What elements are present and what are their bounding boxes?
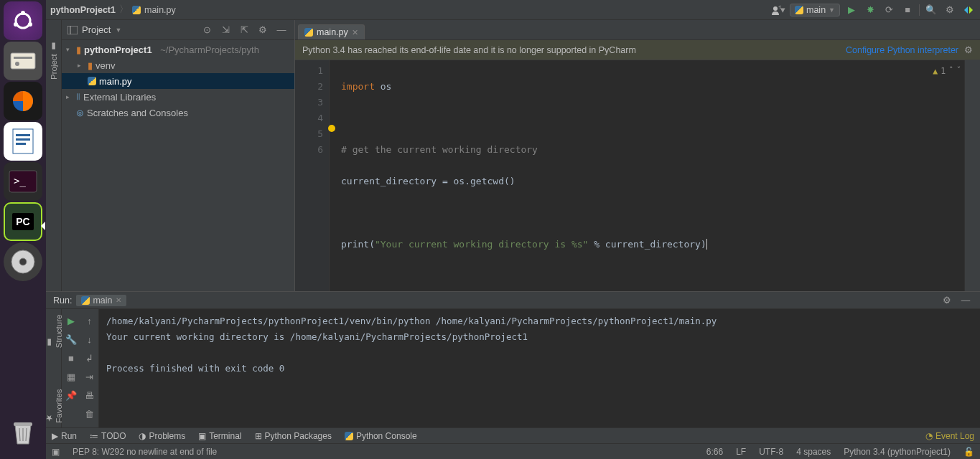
run-tools-column-1: ▶ 🔧 ■ ▦ 📌 xyxy=(62,309,80,427)
collapse-all-icon[interactable]: ⇱ xyxy=(237,23,251,37)
run-with-coverage-icon[interactable]: ⟳ xyxy=(882,3,896,17)
project-root-row[interactable]: ▾ ▮ pythonProject1 ~/PycharmProjects/pyt… xyxy=(62,42,294,57)
scroll-end-icon[interactable]: ⇥ xyxy=(83,369,97,384)
run-tab-label: main xyxy=(93,295,112,306)
close-run-tab-icon[interactable]: ✕ xyxy=(116,296,121,304)
external-libs-row[interactable]: ▸ ⫴ External Libraries xyxy=(62,89,294,105)
down-stack-icon[interactable]: ↓ xyxy=(83,332,97,346)
terminal-tool-tab[interactable]: ▣ Terminal xyxy=(198,431,241,441)
chevron-down-icon: ▼ xyxy=(829,6,835,14)
breadcrumb: pythonProject1 〉 main.py xyxy=(50,4,176,16)
python-console-tab[interactable]: Python Console xyxy=(345,431,417,441)
project-tool-tab[interactable]: Project ▮ xyxy=(49,42,59,80)
svg-point-3 xyxy=(28,22,32,27)
stop-icon[interactable]: ■ xyxy=(64,351,78,365)
line-number: 2 xyxy=(295,79,323,95)
locate-file-icon[interactable]: ⊙ xyxy=(200,23,214,37)
print-icon[interactable]: 🖶 xyxy=(83,388,97,402)
intention-bulb-icon[interactable] xyxy=(328,125,335,132)
run-tab-main[interactable]: main ✕ xyxy=(76,295,126,306)
status-interpreter[interactable]: Python 3.4 (pythonProject1) xyxy=(844,447,951,457)
banner-settings-icon[interactable]: ⚙ xyxy=(964,44,973,55)
python-packages-tab[interactable]: ⊞ Python Packages xyxy=(255,431,332,441)
editor-right-rail[interactable] xyxy=(964,60,980,291)
run-configuration-selector[interactable]: main ▼ xyxy=(790,4,840,16)
settings-icon[interactable]: ⚙ xyxy=(943,3,957,17)
status-cursor-pos[interactable]: 6:66 xyxy=(706,447,723,457)
stop-button-icon[interactable]: ■ xyxy=(900,3,915,17)
line-number: 3 xyxy=(295,95,323,110)
pycharm-ide: pythonProject1 〉 main.py +▾ main ▼ ▶ ✸ ⟳… xyxy=(46,0,980,459)
expand-arrow-icon[interactable]: ▸ xyxy=(78,62,85,69)
code-editor[interactable]: import os # get the current working dire… xyxy=(330,60,964,291)
project-tree[interactable]: ▾ ▮ pythonProject1 ~/PycharmProjects/pyt… xyxy=(62,40,294,291)
launcher-pycharm-icon[interactable]: PC xyxy=(4,202,42,241)
prev-highlight-icon[interactable]: ˆ xyxy=(948,63,953,79)
run-tool-window: Run: main ✕ ⚙ — ▮ Structure ★ Favorites … xyxy=(46,291,980,427)
code-with-me-icon[interactable] xyxy=(961,3,976,17)
rerun-icon[interactable]: ▶ xyxy=(64,313,78,328)
todo-tool-tab[interactable]: ≔ TODO xyxy=(90,431,126,441)
soft-wrap-icon[interactable]: ↲ xyxy=(83,351,97,365)
folder-icon: ▮ xyxy=(76,44,81,55)
expand-all-icon[interactable]: ⇲ xyxy=(218,23,233,37)
search-everywhere-icon[interactable]: 🔍 xyxy=(924,3,938,17)
layout-icon[interactable]: ▦ xyxy=(64,369,78,384)
status-encoding[interactable]: UTF-8 xyxy=(759,447,783,457)
svg-point-2 xyxy=(14,22,18,27)
editor-body: 1 2 3 4 5 6 import os # get the current … xyxy=(295,60,980,291)
line-number: 4 xyxy=(295,110,323,126)
python-icon xyxy=(81,296,90,305)
pin-icon[interactable]: 📌 xyxy=(64,388,78,402)
main-area: Project ▮ Project ▼ ⊙ ⇲ ⇱ ⚙ — ▾ ▮ python… xyxy=(46,20,980,291)
venv-folder-row[interactable]: ▸ ▮ venv xyxy=(62,57,294,73)
project-panel-header: Project ▼ ⊙ ⇲ ⇱ ⚙ — xyxy=(62,20,294,40)
hide-run-panel-icon[interactable]: — xyxy=(958,293,973,308)
expand-arrow-icon[interactable]: ▾ xyxy=(66,46,73,53)
run-button-icon[interactable]: ▶ xyxy=(844,3,859,17)
status-indent[interactable]: 4 spaces xyxy=(796,447,831,457)
run-tool-tab[interactable]: ▶ Run xyxy=(52,431,77,441)
status-lock-icon[interactable]: 🔓 xyxy=(963,447,974,457)
svg-rect-9 xyxy=(16,134,30,136)
status-line-endings[interactable]: LF xyxy=(736,447,746,457)
tools-icon[interactable]: 🔧 xyxy=(64,332,78,346)
console-output[interactable]: /home/kalyani/PycharmProjects/pythonProj… xyxy=(99,309,980,427)
warning-icon[interactable]: ▲ xyxy=(933,63,938,79)
python-icon xyxy=(345,432,353,440)
launcher-terminal-icon[interactable]: >_ xyxy=(4,162,42,201)
next-highlight-icon[interactable]: ˇ xyxy=(956,63,961,79)
structure-tool-tab[interactable]: ▮ Structure xyxy=(45,309,63,348)
scratches-row[interactable]: ⊚ Scratches and Consoles xyxy=(62,105,294,120)
launcher-files-icon[interactable] xyxy=(4,42,42,80)
launcher-trash-icon[interactable] xyxy=(4,413,42,452)
debug-button-icon[interactable]: ✸ xyxy=(863,3,877,17)
add-user-icon[interactable]: +▾ xyxy=(771,3,785,17)
launcher-firefox-icon[interactable] xyxy=(4,82,42,120)
status-tool-window-icon[interactable]: ▣ xyxy=(52,447,60,457)
main-file-row[interactable]: main.py xyxy=(62,73,294,89)
breadcrumb-file[interactable]: main.py xyxy=(144,5,176,15)
configure-interpreter-link[interactable]: Configure Python interpreter xyxy=(846,45,958,55)
status-bar: ▣ PEP 8: W292 no newline at end of file … xyxy=(46,443,980,459)
clear-all-icon[interactable]: 🗑 xyxy=(83,407,97,421)
launcher-libreoffice-icon[interactable] xyxy=(4,122,42,161)
launcher-ubuntu-icon[interactable] xyxy=(4,1,42,40)
launcher-disc-icon[interactable] xyxy=(4,242,42,281)
scratches-label: Scratches and Consoles xyxy=(87,108,188,118)
svg-point-0 xyxy=(16,14,30,28)
close-tab-icon[interactable]: ✕ xyxy=(352,28,358,37)
expand-arrow-icon[interactable]: ▸ xyxy=(66,93,73,100)
favorites-tool-tab[interactable]: ★ Favorites xyxy=(45,384,63,423)
up-stack-icon[interactable]: ↑ xyxy=(83,313,97,328)
event-log-tab[interactable]: ◔ Event Log xyxy=(925,431,974,441)
inspection-widgets[interactable]: ▲ 1 ˆ ˇ xyxy=(933,63,961,79)
editor-gutter: 1 2 3 4 5 6 xyxy=(295,60,330,291)
editor-column: main.py ✕ Python 3.4 has reached its end… xyxy=(295,20,980,291)
panel-settings-icon[interactable]: ⚙ xyxy=(256,23,270,37)
chevron-down-icon[interactable]: ▼ xyxy=(115,27,121,34)
editor-tab-main[interactable]: main.py ✕ xyxy=(298,24,365,39)
problems-tool-tab[interactable]: ◑ Problems xyxy=(139,431,185,441)
hide-panel-icon[interactable]: — xyxy=(274,23,289,37)
breadcrumb-project[interactable]: pythonProject1 xyxy=(50,5,116,15)
